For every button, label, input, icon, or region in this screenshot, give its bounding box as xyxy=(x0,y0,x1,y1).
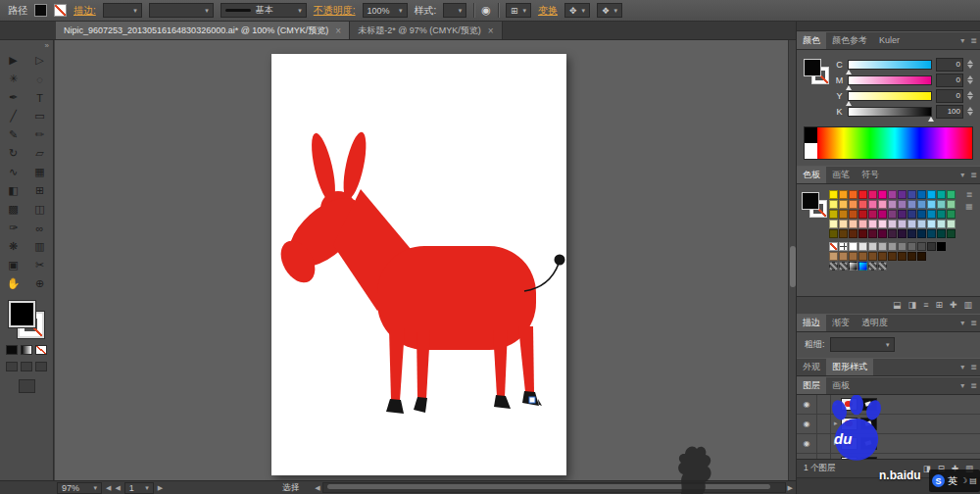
color-swatch[interactable] xyxy=(907,229,916,238)
panel-menu-icon[interactable]: ≣ xyxy=(967,32,980,49)
color-swatch[interactable] xyxy=(898,190,906,199)
color-swatch[interactable] xyxy=(839,252,848,261)
transform-options-dropdown[interactable]: ✥ xyxy=(564,3,590,18)
color-swatch[interactable] xyxy=(878,229,887,238)
color-swatch[interactable] xyxy=(858,190,867,199)
new-color-group-icon[interactable]: ⊞ xyxy=(935,300,943,310)
tab-brushes[interactable]: 画笔 xyxy=(826,167,856,183)
donkey-leg[interactable] xyxy=(416,330,430,399)
color-swatch[interactable] xyxy=(878,200,887,209)
donkey-hoof[interactable] xyxy=(414,397,427,413)
color-swatch[interactable] xyxy=(858,242,867,251)
spectrum-gradient[interactable] xyxy=(817,127,972,159)
draw-behind-icon[interactable] xyxy=(21,362,32,371)
color-swatch[interactable] xyxy=(917,220,926,228)
hand-tool[interactable]: ✋ xyxy=(0,274,26,293)
lasso-tool[interactable]: ◌ xyxy=(26,70,53,88)
scroll-left-icon[interactable]: ◀ xyxy=(315,484,319,492)
color-swatch[interactable] xyxy=(947,190,956,199)
color-swatch[interactable] xyxy=(937,242,946,251)
slider-track[interactable] xyxy=(848,107,932,117)
blend-tool[interactable]: ∞ xyxy=(26,219,53,237)
color-swatch[interactable] xyxy=(868,210,877,219)
panel-collapse-icon[interactable]: ▾ xyxy=(957,377,967,394)
slider-track[interactable] xyxy=(848,91,932,101)
tab-appearance[interactable]: 外观 xyxy=(797,359,826,375)
new-swatch-icon[interactable]: ✚ xyxy=(950,300,957,310)
color-swatch[interactable] xyxy=(849,210,858,219)
registration-swatch[interactable] xyxy=(839,242,848,251)
color-swatch[interactable] xyxy=(898,210,906,219)
color-swatch[interactable] xyxy=(888,190,897,199)
tab-close-icon[interactable]: × xyxy=(488,25,494,36)
color-swatch[interactable] xyxy=(917,252,926,261)
direct-selection-tool[interactable]: ▷ xyxy=(26,51,53,70)
color-swatch[interactable] xyxy=(907,200,916,209)
slider-thumb[interactable] xyxy=(846,85,852,90)
thumbnail-view-icon[interactable]: ▦ xyxy=(965,202,973,211)
zoom-tool[interactable]: ⊕ xyxy=(26,274,53,293)
ime-toolbar[interactable]: S 英 ☽▤ xyxy=(929,469,980,492)
color-swatch[interactable] xyxy=(907,242,916,251)
tab-close-icon[interactable]: × xyxy=(335,25,341,36)
line-segment-tool[interactable]: ╱ xyxy=(0,107,26,125)
opacity-link[interactable]: 不透明度: xyxy=(314,4,356,18)
stroke-link[interactable]: 描边: xyxy=(74,4,96,18)
color-swatch[interactable] xyxy=(888,229,897,238)
color-swatch[interactable] xyxy=(868,200,877,209)
color-swatch[interactable] xyxy=(868,229,877,238)
donkey-hoof[interactable] xyxy=(386,399,404,414)
panel-collapse-icon[interactable]: ▾ xyxy=(957,359,967,375)
donkey-leg[interactable] xyxy=(493,330,508,397)
black-picker[interactable] xyxy=(805,127,817,143)
tab-artboards[interactable]: 画板 xyxy=(826,377,856,394)
slider-thumb[interactable] xyxy=(846,70,852,74)
color-swatch[interactable] xyxy=(947,210,956,219)
color-swatch[interactable] xyxy=(868,190,877,199)
color-swatch[interactable] xyxy=(829,220,838,228)
slider-value[interactable]: 0 xyxy=(936,89,963,103)
spinner-up-icon[interactable] xyxy=(967,75,973,79)
gradient-tool[interactable]: ◫ xyxy=(26,200,53,219)
color-swatch[interactable] xyxy=(878,190,887,199)
color-swatch[interactable] xyxy=(917,210,926,219)
color-swatch[interactable] xyxy=(878,210,887,219)
color-mode-icon[interactable] xyxy=(6,345,18,355)
visibility-eye-icon[interactable]: ◉ xyxy=(797,434,817,453)
spinner-down-icon[interactable] xyxy=(967,96,973,100)
color-swatch[interactable] xyxy=(858,229,867,238)
color-swatch[interactable] xyxy=(858,252,867,261)
slider-track[interactable] xyxy=(848,60,932,70)
graph-tool[interactable]: ▥ xyxy=(26,237,53,256)
screen-mode-icon[interactable] xyxy=(19,379,35,393)
spinner-up-icon[interactable] xyxy=(967,107,973,111)
color-swatch[interactable] xyxy=(888,242,897,251)
tab-swatches[interactable]: 色板 xyxy=(797,167,826,183)
color-swatch[interactable] xyxy=(858,220,867,228)
rotate-tool[interactable]: ↻ xyxy=(0,144,26,163)
color-swatch[interactable] xyxy=(917,190,926,199)
color-swatch[interactable] xyxy=(849,229,858,238)
stroke-weight-select[interactable] xyxy=(830,337,895,352)
color-swatch[interactable] xyxy=(839,200,848,209)
pencil-tool[interactable]: ✏ xyxy=(26,125,53,144)
color-swatch[interactable] xyxy=(878,220,887,228)
pen-tool[interactable]: ✒ xyxy=(0,88,26,107)
color-swatch[interactable] xyxy=(907,220,916,228)
none-swatch[interactable] xyxy=(829,242,838,251)
list-view-icon[interactable]: ≣ xyxy=(966,190,973,199)
fill-stroke-indicator[interactable] xyxy=(9,301,44,338)
panel-menu-icon[interactable]: ≣ xyxy=(967,359,980,375)
keyboard-icon[interactable]: ▤ xyxy=(969,476,977,485)
color-swatch[interactable] xyxy=(868,220,877,228)
next-artboard-icon[interactable]: ▶ xyxy=(158,484,163,492)
color-swatch[interactable] xyxy=(937,220,946,228)
prev-artboard-icon[interactable]: ◀ xyxy=(115,484,120,492)
magic-wand-tool[interactable]: ✳ xyxy=(0,70,26,88)
recolor-artwork-icon[interactable]: ◉ xyxy=(481,4,491,17)
color-swatch[interactable] xyxy=(927,242,936,251)
color-swatch[interactable] xyxy=(898,252,906,261)
pattern-swatch[interactable] xyxy=(829,262,838,271)
color-swatch[interactable] xyxy=(868,252,877,261)
spinner-down-icon[interactable] xyxy=(967,65,973,69)
